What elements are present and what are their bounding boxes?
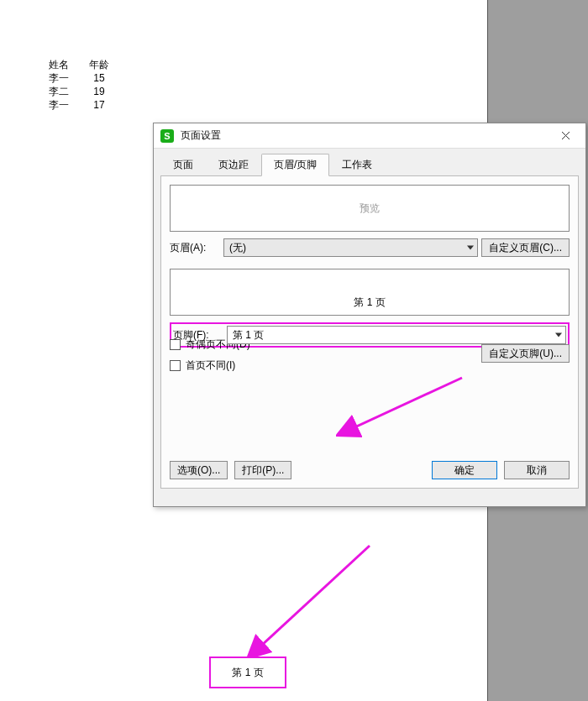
header-row: 页眉(A): (无) 自定义页眉(C)... xyxy=(170,238,570,257)
tab-header-footer[interactable]: 页眉/页脚 xyxy=(261,154,329,176)
checkbox-odd-even[interactable] xyxy=(170,339,181,350)
chevron-down-icon xyxy=(555,333,562,337)
checkbox-first-page[interactable] xyxy=(170,360,181,371)
cancel-button[interactable]: 取消 xyxy=(504,461,570,479)
footer-value: 第 1 页 xyxy=(233,328,264,343)
table-cell: 15 xyxy=(89,72,109,84)
checkbox-first-page-label: 首页不同(I) xyxy=(186,358,235,373)
header-preview: 预览 xyxy=(170,185,570,232)
table-cell: 李二 xyxy=(49,86,87,97)
options-button[interactable]: 选项(O)... xyxy=(170,461,228,479)
custom-footer-button[interactable]: 自定义页脚(U)... xyxy=(481,344,570,363)
dialog-title: 页面设置 xyxy=(181,128,552,143)
tab-margins[interactable]: 页边距 xyxy=(206,154,261,176)
close-button[interactable] xyxy=(552,126,579,146)
page-setup-dialog: S 页面设置 页面 页边距 页眉/页脚 工作表 预览 页眉(A): (无) 自定… xyxy=(153,123,586,507)
close-icon xyxy=(561,131,570,140)
page-footer-highlight: 第 1 页 xyxy=(209,657,286,688)
tab-bar: 页面 页边距 页眉/页脚 工作表 xyxy=(154,149,585,176)
ok-button[interactable]: 确定 xyxy=(432,461,497,479)
chevron-down-icon xyxy=(467,246,474,250)
footer-preview-text: 第 1 页 xyxy=(354,296,385,310)
dialog-titlebar[interactable]: S 页面设置 xyxy=(154,123,585,149)
tab-page[interactable]: 页面 xyxy=(160,154,206,176)
header-dropdown[interactable]: (无) xyxy=(223,238,478,257)
preview-label: 预览 xyxy=(360,201,380,216)
table-cell: 17 xyxy=(89,99,109,111)
dialog-buttons: 选项(O)... 打印(P)... 确定 取消 xyxy=(170,461,570,479)
table-cell: 19 xyxy=(89,86,109,97)
table-header-age: 年龄 xyxy=(89,59,109,71)
table-cell: 李一 xyxy=(49,72,87,84)
data-table: 姓名 年龄 李一 15 李二 19 李一 17 xyxy=(47,57,111,112)
app-icon: S xyxy=(160,129,174,143)
print-button[interactable]: 打印(P)... xyxy=(234,461,291,479)
custom-header-button[interactable]: 自定义页眉(C)... xyxy=(481,238,570,257)
table-cell: 李一 xyxy=(49,99,87,111)
footer-preview: 第 1 页 xyxy=(170,269,570,316)
tab-sheet[interactable]: 工作表 xyxy=(329,154,385,176)
table-header-name: 姓名 xyxy=(49,59,87,71)
tab-content: 预览 页眉(A): (无) 自定义页眉(C)... 第 1 页 页脚(F): 第… xyxy=(160,175,579,489)
page-footer-text: 第 1 页 xyxy=(232,666,263,680)
header-label: 页眉(A): xyxy=(170,241,220,255)
footer-dropdown[interactable]: 第 1 页 xyxy=(227,326,566,344)
header-value: (无) xyxy=(229,241,246,255)
